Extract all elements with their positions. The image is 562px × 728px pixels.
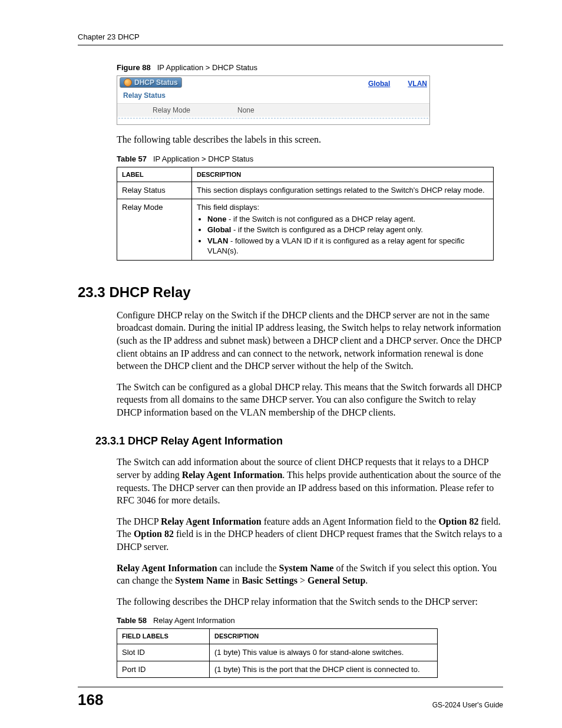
figure-title: IP Application > DHCP Status <box>157 63 257 72</box>
bullet-text: - if the Switch is not configured as a D… <box>227 215 416 223</box>
list-item: Global - if the Switch is configured as … <box>207 225 488 235</box>
chapter-header: Chapter 23 DHCP <box>78 32 503 41</box>
page-footer: 168 GS-2024 User's Guide <box>78 687 503 709</box>
screenshot-tab: DHCP Status <box>120 77 182 88</box>
paragraph: The Switch can add information about the… <box>117 456 503 506</box>
table58-number: Table 58 <box>117 616 147 625</box>
table58-caption: Table 58 Relay Agent Information <box>117 616 503 625</box>
text-bold: System Name <box>175 575 230 585</box>
text: can include the <box>217 563 279 573</box>
table58-title: Relay Agent Information <box>153 616 235 625</box>
list-item: None - if the Switch is not configured a… <box>207 214 488 225</box>
footer-rule <box>78 687 503 687</box>
table-row: Port ID (1 byte) This is the port that t… <box>117 661 438 678</box>
cell-label: Relay Mode <box>117 199 192 260</box>
figure-caption: Figure 88 IP Application > DHCP Status <box>117 63 503 72</box>
table58-head-label: FIELD LABELS <box>117 629 210 644</box>
screenshot-row-value: None <box>237 106 254 114</box>
cell-desc: This field displays: None - if the Switc… <box>192 199 494 260</box>
figure-number: Figure 88 <box>117 63 151 72</box>
screenshot-row-label: Relay Mode <box>153 106 190 114</box>
paragraph: The Switch can be configured as a global… <box>117 381 503 419</box>
text: in <box>230 575 242 585</box>
table-row: Slot ID (1 byte) This value is always 0 … <box>117 644 438 661</box>
table57-caption: Table 57 IP Application > DHCP Status <box>117 154 503 163</box>
cell-label: Relay Status <box>117 182 192 199</box>
table58-head-desc: DESCRIPTION <box>210 629 438 644</box>
table57-head-desc: DESCRIPTION <box>192 167 494 182</box>
screenshot-row: Relay Mode None <box>117 103 429 117</box>
text: . <box>365 575 368 585</box>
table57-title: IP Application > DHCP Status <box>153 154 253 163</box>
table57-number: Table 57 <box>117 154 147 163</box>
bullet-bold: None <box>207 215 227 223</box>
text-bold: System Name <box>279 563 334 573</box>
intro-text: The following table describes the labels… <box>117 133 503 146</box>
text-bold: Relay Agent Information <box>161 516 262 526</box>
cell-label: Port ID <box>117 661 210 678</box>
section-23-3-1-heading: 23.3.1 DHCP Relay Agent Information <box>95 435 503 447</box>
screenshot-dhcp-status: DHCP Status Relay Status Global VLAN Rel… <box>117 75 430 125</box>
cell-desc: (1 byte) This is the port that the DHCP … <box>210 661 438 678</box>
link-vlan[interactable]: VLAN <box>408 80 427 88</box>
table57-head-label: LABEL <box>117 167 192 182</box>
list-item: VLAN - followed by a VLAN ID if it is co… <box>207 236 488 256</box>
relay-mode-intro: This field displays: <box>197 203 259 212</box>
cell-label: Slot ID <box>117 644 210 661</box>
paragraph: The following describes the DHCP relay i… <box>117 595 503 608</box>
header-rule <box>78 45 503 45</box>
cell-desc: (1 byte) This value is always 0 for stan… <box>210 644 438 661</box>
screenshot-divider <box>118 118 428 118</box>
bullet-bold: VLAN <box>207 236 228 245</box>
bullet-text: - if the Switch is configured as a DHCP … <box>231 225 422 234</box>
orb-icon <box>124 78 132 87</box>
paragraph: The DHCP Relay Agent Information feature… <box>117 515 503 554</box>
text-bold: Option 82 <box>134 529 174 539</box>
screenshot-section-label: Relay Status <box>123 91 182 100</box>
paragraph: Configure DHCP relay on the Switch if th… <box>117 309 503 373</box>
link-global[interactable]: Global <box>368 80 390 88</box>
paragraph: Relay Agent Information can include the … <box>117 562 503 587</box>
text-bold: Basic Settings <box>242 575 297 585</box>
text-bold: Relay Agent Information <box>117 563 217 573</box>
table58: FIELD LABELS DESCRIPTION Slot ID (1 byte… <box>117 628 438 678</box>
section-23-3-heading: 23.3 DHCP Relay <box>78 284 503 301</box>
text-bold: Option 82 <box>438 516 478 526</box>
table57: LABEL DESCRIPTION Relay Status This sect… <box>117 167 494 261</box>
screenshot-tab-title: DHCP Status <box>134 78 178 87</box>
bullet-text: - followed by a VLAN ID if it is configu… <box>207 236 464 256</box>
text: field is in the DHCP headers of client D… <box>117 529 502 552</box>
table-row: Relay Status This section displays confi… <box>117 182 494 199</box>
text-bold: Relay Agent Information <box>182 470 283 480</box>
text: > <box>297 575 308 585</box>
page-number: 168 <box>78 691 103 709</box>
text-bold: General Setup <box>308 575 365 585</box>
bullet-bold: Global <box>207 225 231 234</box>
text: The DHCP <box>117 516 161 526</box>
text: feature adds an Agent Information field … <box>262 516 439 526</box>
table-row: Relay Mode This field displays: None - i… <box>117 199 494 260</box>
cell-desc: This section displays configuration sett… <box>192 182 494 199</box>
guide-name: GS-2024 User's Guide <box>432 701 503 709</box>
